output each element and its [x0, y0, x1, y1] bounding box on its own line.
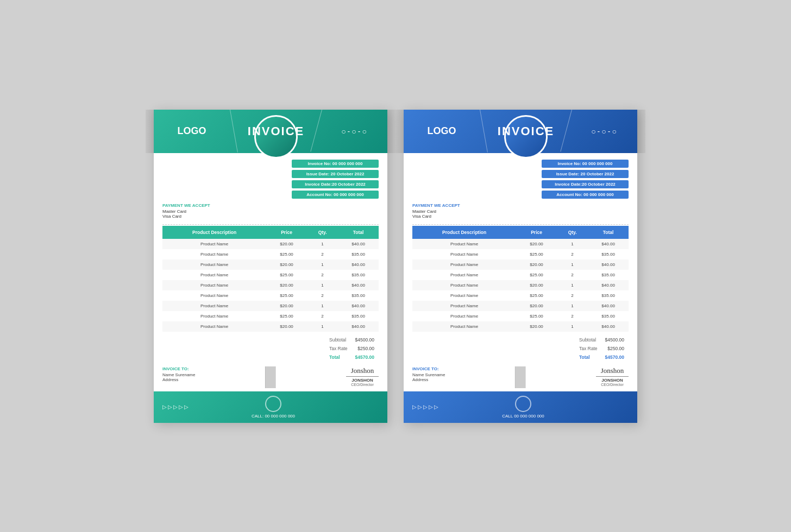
table-cell: 2: [557, 270, 588, 280]
signature-name: Jonshon: [346, 366, 379, 375]
table-row: Product Name$25.002$35.00: [162, 249, 379, 259]
svg-rect-17: [523, 366, 523, 388]
table-cell: $40.00: [338, 301, 379, 311]
total-value: $4570.00: [602, 353, 627, 361]
header-icons: ○-○-○: [322, 110, 387, 153]
table-cell: $25.00: [266, 249, 307, 259]
bottom-info: INVOICE TO: Name Surename Address Jonsho…: [404, 364, 637, 391]
table-cell: Product Name: [162, 239, 266, 249]
invoice-title: INVOICE: [230, 110, 322, 153]
table-row: Product Name$25.002$35.00: [162, 311, 379, 321]
invoice-to-address: Address: [162, 377, 195, 382]
total-row: Total $4570.00: [326, 353, 378, 361]
table-cell: $25.00: [516, 311, 557, 321]
table-cell: $20.00: [266, 239, 307, 249]
totals-table: Subtotal $4500.00 Tax Rate $250.00 Total…: [575, 335, 629, 362]
signature-title: JONSHON: [596, 378, 629, 383]
table-cell: $35.00: [588, 311, 629, 321]
tax-row: Tax Rate $250.00: [576, 345, 627, 352]
table-header-cell: Total: [338, 226, 379, 239]
invoice-to-name: Name Surename: [162, 372, 195, 377]
svg-rect-1: [266, 366, 267, 388]
subtotal-label: Subtotal: [576, 336, 601, 344]
info-badge: Invoice No: 00 000 000 000: [292, 160, 379, 168]
footer-arrows: ▷▷▷▷▷: [412, 404, 440, 410]
table-cell: Product Name: [412, 321, 516, 332]
table-cell: Product Name: [162, 280, 266, 290]
invoice-to-label: INVOICE TO:: [162, 366, 195, 371]
payment-info: PAYMENT WE ACCEPT Master CardVisa Card: [162, 203, 210, 219]
payment-title: PAYMENT WE ACCEPT: [162, 203, 210, 208]
table-cell: Product Name: [412, 259, 516, 270]
bottom-info: INVOICE TO: Name Surename Address Jonsho…: [154, 364, 387, 391]
invoice-to-address: Address: [412, 377, 445, 382]
table-header-cell: Price: [516, 226, 557, 239]
table-cell: $20.00: [266, 301, 307, 311]
subtotal-label: Subtotal: [326, 336, 351, 344]
invoice-header: LOGO INVOICE ○-○-○: [404, 110, 637, 153]
table-header-cell: Price: [266, 226, 307, 239]
payment-section: PAYMENT WE ACCEPT Master CardVisa Card: [404, 201, 637, 223]
table-cell: $20.00: [266, 280, 307, 290]
divider: [162, 224, 379, 225]
table-row: Product Name$25.002$35.00: [162, 290, 379, 301]
table-cell: $40.00: [338, 280, 379, 290]
invoice-footer: ▷▷▷▷▷ CALL: 00 000 000 000: [154, 391, 387, 423]
barcode-area: [515, 366, 526, 388]
total-label: Total: [576, 353, 601, 361]
table-cell: 2: [307, 311, 338, 321]
footer-center: CALL: 00 000 000 000: [252, 396, 295, 419]
svg-rect-10: [515, 366, 516, 388]
footer-circle-icon: [515, 396, 531, 412]
signature-area: Jonshon JONSHON CEO/Director: [596, 366, 629, 387]
total-value: $4570.00: [352, 353, 378, 361]
svg-rect-16: [522, 366, 522, 388]
table-cell: Product Name: [412, 301, 516, 311]
invoice-card-blue: LOGO INVOICE ○-○-○ Invoice No: 00 000 00…: [404, 110, 637, 423]
payment-title: PAYMENT WE ACCEPT: [412, 203, 460, 208]
table-row: Product Name$25.002$35.00: [412, 249, 629, 259]
table-cell: $20.00: [266, 259, 307, 270]
svg-rect-4: [269, 366, 270, 388]
table-row: Product Name$20.001$40.00: [162, 301, 379, 311]
divider: [412, 224, 629, 225]
barcode-icon: [265, 366, 276, 388]
table-cell: $20.00: [516, 239, 557, 249]
svg-rect-5: [271, 366, 271, 388]
table-row: Product Name$20.001$40.00: [162, 239, 379, 249]
subtotal-row: Subtotal $4500.00: [576, 336, 627, 344]
table-row: Product Name$20.001$40.00: [412, 321, 629, 332]
table-cell: $20.00: [516, 301, 557, 311]
table-cell: $35.00: [338, 290, 379, 301]
table-row: Product Name$20.001$40.00: [412, 239, 629, 249]
info-badges-section: Invoice No: 00 000 000 000Issue Date: 20…: [404, 153, 637, 201]
table-cell: 1: [307, 239, 338, 249]
svg-rect-8: [274, 366, 274, 388]
table-cell: 2: [557, 311, 588, 321]
table-wrapper: Product DescriptionPriceQty.TotalProduct…: [404, 226, 637, 332]
table-cell: Product Name: [162, 270, 266, 280]
info-badge: Invoice Date:20 October 2022: [292, 180, 379, 188]
table-row: Product Name$20.001$40.00: [412, 259, 629, 270]
table-cell: $40.00: [588, 301, 629, 311]
invoice-to-label: INVOICE TO:: [412, 366, 445, 371]
table-wrapper: Product DescriptionPriceQty.TotalProduct…: [154, 226, 387, 332]
svg-rect-18: [524, 366, 524, 388]
table-cell: $25.00: [516, 290, 557, 301]
svg-rect-3: [268, 366, 269, 388]
table-cell: 1: [307, 321, 338, 332]
total-row: Total $4570.00: [576, 353, 627, 361]
svg-rect-14: [519, 366, 520, 388]
sig-divider: [596, 376, 629, 377]
subtotal-row: Subtotal $4500.00: [326, 336, 378, 344]
table-cell: Product Name: [412, 311, 516, 321]
table-header-cell: Qty.: [557, 226, 588, 239]
table-cell: $20.00: [516, 321, 557, 332]
table-cell: $40.00: [588, 321, 629, 332]
tax-row: Tax Rate $250.00: [326, 345, 378, 352]
table-cell: $20.00: [516, 280, 557, 290]
table-cell: $40.00: [588, 239, 629, 249]
svg-rect-15: [520, 366, 521, 388]
signature-area: Jonshon JONSHON CEO/Director: [346, 366, 379, 387]
invoice-footer: ▷▷▷▷▷ CALL 00 000 000 000: [404, 391, 637, 423]
